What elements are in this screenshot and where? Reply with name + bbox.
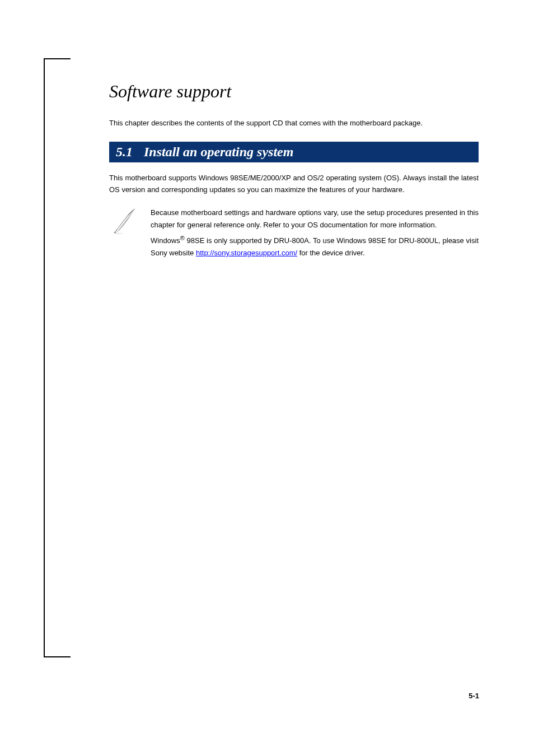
intro-paragraph: This chapter describes the contents of t… [109,118,479,129]
note-text-container: Because motherboard settings and hardwar… [151,207,479,260]
section-header: 5.1 Install an operating system [109,142,479,162]
page-number: 5-1 [469,692,479,700]
feather-note-icon [109,206,139,236]
svg-point-0 [114,233,123,235]
body-paragraph-1: This motherboard supports Windows 98SE/M… [109,172,479,196]
sony-support-link[interactable]: http://sony.storagesupport.com/ [196,249,297,257]
page-frame-left [44,58,71,657]
note-paragraph-2: Windows® 98SE is only supported by DRU-8… [151,233,479,260]
note-paragraph-1: Because motherboard settings and hardwar… [151,207,479,231]
chapter-title: Software support [109,81,479,102]
content-area: Software support This chapter describes … [109,81,479,272]
section-title: Install an operating system [144,144,293,160]
note-block: Because motherboard settings and hardwar… [109,207,479,260]
section-number: 5.1 [116,144,133,160]
